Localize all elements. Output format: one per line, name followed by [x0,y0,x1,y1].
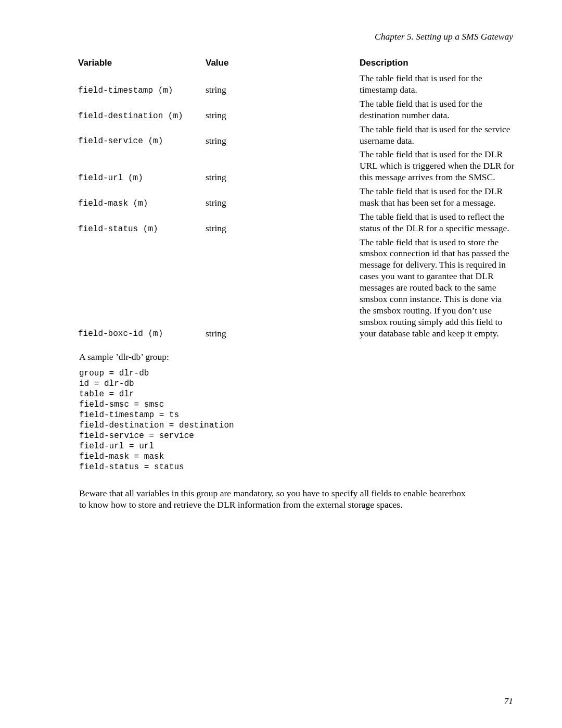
table-row: field-mask (m) string The table field th… [78,184,515,210]
table-row: field-boxc-id (m) string The table field… [78,235,515,341]
variable-description: The table field that is used for the DLR… [356,147,515,184]
running-head: Chapter 5. Setting up a SMS Gateway [78,31,515,43]
variable-value: string [206,197,356,210]
variable-description: The table field that is used to reflect … [356,210,515,235]
variable-table: Variable Value Description field-timesta… [78,57,515,341]
col-header-value: Value [206,57,356,71]
table-row: field-timestamp (m) string The table fie… [78,71,515,97]
variable-description: The table field that is used for the DLR… [356,184,515,210]
variable-name: field-mask (m) [78,198,206,210]
col-header-description: Description [356,57,515,71]
variable-name: field-url (m) [78,173,206,184]
variable-value: string [206,110,356,122]
variable-description: The table field that is used to store th… [356,235,515,341]
variable-value: string [206,84,356,97]
variable-value: string [206,328,356,341]
variable-name: field-status (m) [78,224,206,235]
sample-intro: A sample ’dlr-db’ group: [79,352,515,363]
variable-value: string [206,172,356,184]
variable-description: The table field that is used for the des… [356,97,515,122]
variable-name: field-service (m) [78,136,206,147]
variable-value: string [206,135,356,148]
table-row: field-url (m) string The table field tha… [78,147,515,184]
variable-name: field-timestamp (m) [78,85,206,97]
variable-description: The table field that is used for the tim… [356,71,515,97]
page-number: 71 [504,696,514,707]
variable-description: The table field that is used for the ser… [356,122,515,148]
table-header-row: Variable Value Description [78,57,515,71]
col-header-variable: Variable [78,57,206,71]
page: Chapter 5. Setting up a SMS Gateway Vari… [0,0,562,728]
sample-code-block: group = dlr-db id = dlr-db table = dlr f… [79,368,515,472]
table-row: field-status (m) string The table field … [78,210,515,235]
table-row: field-service (m) string The table field… [78,122,515,148]
table-row: field-destination (m) string The table f… [78,97,515,122]
note-paragraph: Beware that all variables in this group … [79,488,469,511]
variable-name: field-boxc-id (m) [78,329,206,340]
variable-value: string [206,223,356,235]
variable-name: field-destination (m) [78,111,206,122]
